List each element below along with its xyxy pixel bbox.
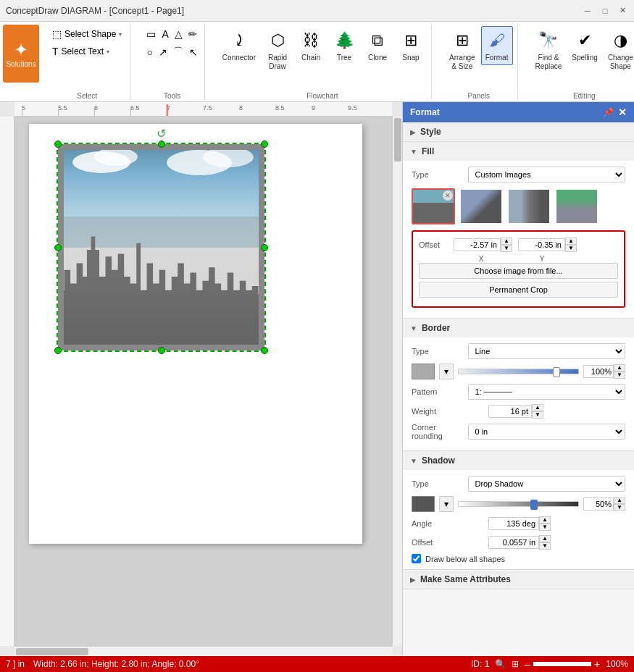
offset-y-down[interactable]: ▼ (565, 245, 577, 252)
border-section-header[interactable]: ▼ Border (403, 319, 634, 337)
thumb-1-delete[interactable]: ✕ (443, 190, 453, 201)
border-color-swatch[interactable] (412, 364, 435, 379)
text-tool-button[interactable]: A (159, 26, 170, 42)
scrollbar-thumb-h[interactable] (16, 648, 88, 655)
image-thumb-4[interactable] (555, 188, 598, 224)
shadow-color-slider[interactable] (458, 501, 579, 507)
snap-button[interactable]: ⊞ Snap (395, 26, 427, 65)
border-weight-up[interactable]: ▲ (532, 404, 543, 411)
maximize-button[interactable]: □ (599, 5, 611, 17)
border-pattern-select[interactable]: 1: ───── 2: ─ ─ ─ (468, 384, 625, 400)
border-type-select[interactable]: Line Dashed None (468, 343, 625, 359)
handle-top-right[interactable] (261, 140, 268, 148)
handle-bottom-center[interactable] (158, 347, 165, 354)
rapid-draw-button[interactable]: ⬡ RapidDraw (262, 26, 293, 74)
shadow-angle-input[interactable] (488, 517, 539, 530)
zoom-plus-button[interactable]: + (594, 658, 600, 670)
circle-tool-button[interactable]: ○ (144, 43, 154, 61)
shadow-color-swatch[interactable] (412, 496, 435, 512)
border-opacity-up[interactable]: ▲ (614, 364, 625, 371)
format-button[interactable]: 🖌 Format (481, 26, 513, 65)
panel-close-icon[interactable]: ✕ (618, 106, 627, 118)
shadow-angle-label: Angle (412, 519, 484, 528)
fill-section-header[interactable]: ▼ Fill (403, 142, 634, 161)
border-corner-select[interactable]: 0 in 0.1 in (468, 424, 625, 440)
shadow-color-dropdown[interactable]: ▾ (439, 496, 454, 512)
rectangle-tool-button[interactable]: ▭ (144, 26, 158, 42)
shadow-type-label: Type (412, 479, 464, 488)
arrange-size-button[interactable]: ⊞ Arrange& Size (445, 26, 480, 74)
ribbon: ✦ Solutions ⬚ Select Shape ▾ T Select Te… (0, 22, 634, 102)
image-thumb-1[interactable]: ✕ (412, 188, 455, 224)
scrollbar-horizontal[interactable] (14, 646, 392, 656)
shadow-opacity-up[interactable]: ▲ (614, 497, 625, 504)
border-color-dropdown[interactable]: ▾ (439, 364, 454, 379)
offset-x-up[interactable]: ▲ (501, 238, 512, 245)
shadow-offset-spinners: ▲ ▼ (539, 535, 551, 550)
arrow-tool-button[interactable]: ↗ (157, 43, 170, 61)
canvas-area[interactable]: 5 5.5 6 6.5 7 7.5 8 8.5 9 9.5 (0, 102, 402, 656)
select-shape-button[interactable]: ⬚ Select Shape ▾ (48, 26, 126, 42)
offset-y-input[interactable] (518, 238, 565, 251)
fill-type-select[interactable]: Custom Images Solid Gradient None (468, 167, 625, 182)
handle-top-center[interactable] (158, 140, 165, 148)
border-weight-input[interactable] (488, 405, 532, 418)
border-weight-down[interactable]: ▼ (532, 411, 543, 419)
change-shape-button[interactable]: ◑ ChangeShape (604, 26, 634, 74)
scrollbar-thumb-v[interactable] (394, 118, 401, 161)
handle-mid-left[interactable] (54, 244, 62, 251)
border-color-slider[interactable] (458, 369, 579, 374)
shadow-opacity-field[interactable] (583, 497, 614, 511)
pointer-tool-button[interactable]: ↖ (187, 43, 200, 61)
pen-tool-button[interactable]: ✏ (186, 26, 199, 42)
curve-tool-button[interactable]: ⌒ (171, 43, 185, 61)
image-thumb-2[interactable] (459, 188, 503, 224)
image-thumb-3[interactable] (507, 188, 551, 224)
main-area: 5 5.5 6 6.5 7 7.5 8 8.5 9 9.5 (0, 102, 634, 656)
spelling-button[interactable]: ✔ Spelling (567, 26, 602, 65)
connector-button[interactable]: ⤸ Connector (218, 26, 260, 65)
style-section-header[interactable]: ▶ Style (403, 122, 634, 141)
shape-tool-button[interactable]: △ (172, 26, 185, 42)
scrollbar-vertical[interactable] (392, 117, 402, 646)
shadow-offset-up[interactable]: ▲ (539, 535, 551, 542)
clone-button[interactable]: ⧉ Clone (362, 26, 393, 65)
shadow-offset-input[interactable] (488, 536, 539, 549)
shadow-section-header[interactable]: ▼ Shadow (403, 451, 634, 470)
handle-bottom-left[interactable] (54, 347, 62, 354)
zoom-slider[interactable] (533, 662, 591, 666)
shadow-opacity-down[interactable]: ▼ (614, 504, 625, 511)
offset-x-input[interactable] (454, 238, 501, 251)
select-text-button[interactable]: T Select Text ▾ (48, 43, 126, 59)
draw-below-checkbox[interactable] (412, 554, 421, 563)
choose-image-button[interactable]: Choose image from file... (419, 263, 618, 279)
handle-mid-right[interactable] (261, 244, 268, 251)
offset-y-up[interactable]: ▲ (565, 238, 577, 245)
chain-button[interactable]: ⛓ Chain (295, 26, 327, 65)
border-opacity-down[interactable]: ▼ (614, 371, 625, 379)
make-same-section-header[interactable]: ▶ Make Same Attributes (403, 570, 634, 589)
minimize-button[interactable]: ─ (582, 5, 593, 17)
shadow-angle-down[interactable]: ▼ (539, 524, 551, 531)
draw-below-label: Draw below all shapes (425, 555, 505, 563)
rotate-handle[interactable]: ↺ (157, 127, 166, 140)
thumb-4-img (556, 190, 597, 223)
offset-x-down[interactable]: ▼ (501, 245, 512, 252)
handle-top-left[interactable] (54, 140, 62, 148)
shadow-type-select[interactable]: Drop Shadow Inner Shadow None (468, 476, 625, 492)
zoom-minus-button[interactable]: – (525, 658, 530, 670)
border-opacity-field[interactable] (583, 365, 614, 378)
tree-button[interactable]: 🌲 Tree (328, 26, 360, 65)
shadow-arrow-icon: ▼ (410, 457, 417, 465)
selected-shape[interactable]: ↺ (58, 144, 264, 350)
handle-bottom-right[interactable] (261, 347, 268, 354)
solutions-button[interactable]: ✦ Solutions (3, 25, 39, 83)
close-button[interactable]: ✕ (617, 5, 628, 17)
shadow-angle-up[interactable]: ▲ (539, 516, 551, 524)
status-bar: 7 ] in Width: 2.66 in; Height: 2.80 in; … (0, 656, 634, 672)
permanent-crop-button[interactable]: Permanent Crop (419, 282, 618, 298)
canvas-inner[interactable]: ↺ (14, 117, 392, 646)
pin-icon[interactable]: 📌 (603, 107, 614, 117)
shadow-offset-down[interactable]: ▼ (539, 542, 551, 550)
find-replace-button[interactable]: 🔭 Find &Replace (531, 26, 567, 74)
